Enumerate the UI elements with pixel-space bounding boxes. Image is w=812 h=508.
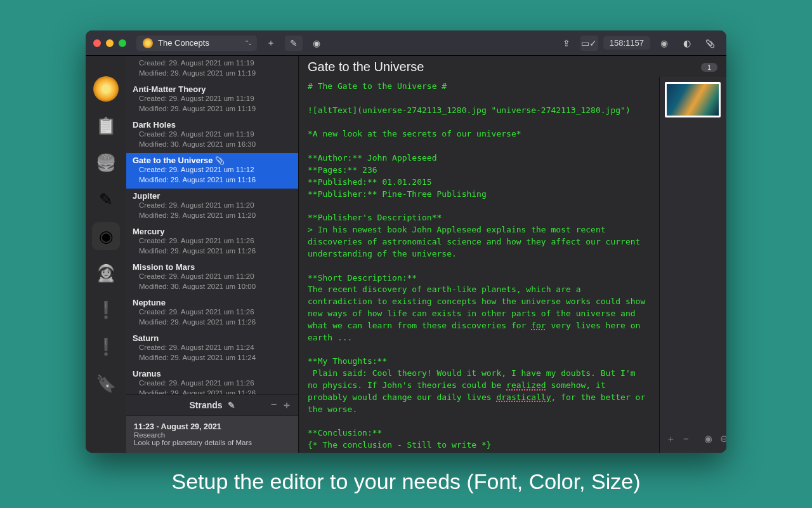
board-icon[interactable]: 📋 — [92, 112, 120, 140]
document-title: Gate to the Universe — [308, 60, 424, 74]
attachments-button[interactable] — [701, 36, 719, 51]
strand-text: Look up for planetary details of Mars — [134, 439, 291, 446]
remove-strand-button[interactable]: − — [271, 399, 277, 412]
preview-mode-button[interactable]: ◉ — [308, 36, 325, 51]
attach-add-button[interactable]: ＋ — [666, 433, 676, 445]
sun-icon — [143, 38, 153, 48]
strand-time: 11:23 - August 29, 2021 — [134, 422, 291, 431]
document-title-row: Gate to the Universe 1 — [299, 56, 726, 77]
titlebar: The Concepts ⌃⌄ ＋ ✎ ◉ ⇪ ▭✓ 158:1157 ◉ ◐ — [86, 30, 726, 56]
note-item[interactable]: Created: 29. August 2021 um 11:19Modifie… — [126, 56, 298, 82]
note-title: Saturn — [133, 333, 292, 343]
note-modified: Modified: 30. August 2021 um 10:00 — [133, 282, 292, 292]
note-created: Created: 29. August 2021 um 11:19 — [133, 130, 292, 140]
strand-item[interactable]: 11:23 - August 29, 2021 Research Look up… — [126, 415, 298, 453]
note-item[interactable]: Gate to the UniverseCreated: 29. August … — [126, 153, 298, 189]
paperclip-icon — [215, 156, 225, 165]
note-created: Created: 29. August 2021 um 11:24 — [133, 343, 292, 353]
edit-mode-button[interactable]: ✎ — [285, 36, 303, 51]
badge1-icon[interactable]: ❗ — [92, 296, 120, 324]
note-item[interactable]: JupiterCreated: 29. August 2021 um 11:20… — [126, 189, 298, 224]
note-title: Mission to Mars — [133, 262, 292, 272]
note-created: Created: 29. August 2021 um 11:26 — [133, 307, 292, 318]
strands-header: Strands ✎ − ＋ — [126, 394, 298, 415]
markdown-editor[interactable]: # The Gate to the Universe # ![altText](… — [299, 77, 659, 453]
record-button[interactable]: ◉ — [655, 36, 673, 51]
note-item[interactable]: SaturnCreated: 29. August 2021 um 11:24M… — [126, 331, 298, 366]
note-item[interactable]: NeptuneCreated: 29. August 2021 um 11:26… — [126, 295, 298, 331]
note-created: Created: 29. August 2021 um 11:19 — [133, 94, 292, 104]
note-created: Created: 29. August 2021 um 11:12 — [133, 165, 292, 175]
main-area: Gate to the Universe 1 # The Gate to the… — [299, 56, 726, 453]
bookmark-icon[interactable]: 🔖 — [92, 370, 120, 398]
note-item[interactable]: MercuryCreated: 29. August 2021 um 11:26… — [126, 224, 298, 260]
paperclip-icon — [705, 38, 715, 48]
strand-category: Research — [134, 431, 291, 439]
note-created: Created: 29. August 2021 um 11:26 — [133, 378, 292, 389]
strands-label: Strands — [189, 400, 222, 410]
window-controls — [93, 39, 126, 47]
chevron-updown-icon: ⌃⌄ — [244, 39, 251, 46]
note-created: Created: 29. August 2021 um 11:19 — [133, 58, 292, 69]
note-modified: Modified: 29. August 2021 um 11:19 — [133, 69, 292, 79]
note-item[interactable]: Dark HolesCreated: 29. August 2021 um 11… — [126, 117, 298, 153]
add-strand-button[interactable]: ＋ — [282, 399, 292, 412]
note-modified: Modified: 29. August 2021 um 11:26 — [133, 246, 292, 257]
close-window-button[interactable] — [93, 39, 101, 47]
note-list[interactable]: Created: 29. August 2021 um 11:19Modifie… — [126, 56, 298, 394]
attachment-count-badge: 1 — [701, 63, 717, 72]
note-item[interactable]: Anti-Matter TheoryCreated: 29. August 20… — [126, 82, 298, 117]
note-title: Gate to the Universe — [133, 156, 292, 165]
attachment-toolbar: ＋ − ◉ ⊖ — [665, 431, 721, 448]
share-button[interactable]: ⇪ — [558, 36, 575, 51]
note-title: Jupiter — [133, 191, 292, 201]
promo-caption: Setup the editor to your needs (Font, Co… — [0, 469, 812, 494]
sun-icon — [93, 76, 119, 102]
sidebar: Created: 29. August 2021 um 11:19Modifie… — [126, 56, 299, 453]
settings-toggle[interactable]: ◐ — [678, 36, 696, 51]
note-created: Created: 29. August 2021 um 11:26 — [133, 236, 292, 246]
note-title: Anti-Matter Theory — [133, 84, 292, 94]
note-title: Mercury — [133, 227, 292, 236]
attachment-thumbnail[interactable] — [665, 82, 721, 117]
eye-icon[interactable]: ◉ — [92, 222, 120, 250]
zoom-window-button[interactable] — [119, 39, 126, 47]
word-count: 158:1157 — [603, 36, 650, 50]
add-button[interactable]: ＋ — [262, 36, 280, 51]
editor-icon[interactable]: ✎ — [92, 185, 120, 213]
note-created: Created: 29. August 2021 um 11:20 — [133, 201, 292, 211]
sun-icon[interactable] — [92, 75, 120, 103]
pencil-icon[interactable]: ✎ — [228, 400, 235, 410]
note-item[interactable]: UranusCreated: 29. August 2021 um 11:26M… — [126, 366, 298, 394]
burger-icon[interactable]: 🍔 — [92, 149, 120, 177]
note-modified: Modified: 29. August 2021 um 11:16 — [133, 175, 292, 185]
attach-preview-button[interactable]: ◉ — [704, 433, 712, 445]
badge2-icon[interactable]: ❗ — [92, 333, 120, 361]
note-modified: Modified: 29. August 2021 um 11:26 — [133, 389, 292, 394]
note-title: Uranus — [133, 369, 292, 378]
project-dropdown-label: The Concepts — [158, 38, 209, 48]
app-window: The Concepts ⌃⌄ ＋ ✎ ◉ ⇪ ▭✓ 158:1157 ◉ ◐ … — [86, 30, 726, 453]
note-modified: Modified: 29. August 2021 um 11:20 — [133, 211, 292, 221]
note-title: Dark Holes — [133, 120, 292, 130]
attachment-pane: ＋ − ◉ ⊖ — [659, 77, 726, 453]
project-dropdown[interactable]: The Concepts ⌃⌄ — [136, 36, 257, 51]
note-item[interactable]: Mission to MarsCreated: 29. August 2021 … — [126, 260, 298, 295]
note-created: Created: 29. August 2021 um 11:20 — [133, 272, 292, 282]
note-modified: Modified: 29. August 2021 um 11:19 — [133, 104, 292, 114]
note-modified: Modified: 29. August 2021 um 11:26 — [133, 318, 292, 328]
minimize-window-button[interactable] — [106, 39, 114, 47]
stats-button[interactable]: ▭✓ — [580, 36, 598, 51]
note-modified: Modified: 29. August 2021 um 11:24 — [133, 353, 292, 363]
attach-remove-button[interactable]: − — [683, 433, 689, 445]
note-modified: Modified: 30. August 2021 um 16:30 — [133, 140, 292, 150]
note-title: Neptune — [133, 298, 292, 307]
astronaut-icon[interactable]: 👩‍🚀 — [92, 259, 120, 287]
attach-more-button[interactable]: ⊖ — [720, 433, 726, 445]
category-iconbar: 📋🍔✎◉👩‍🚀❗❗🔖 — [86, 56, 126, 453]
